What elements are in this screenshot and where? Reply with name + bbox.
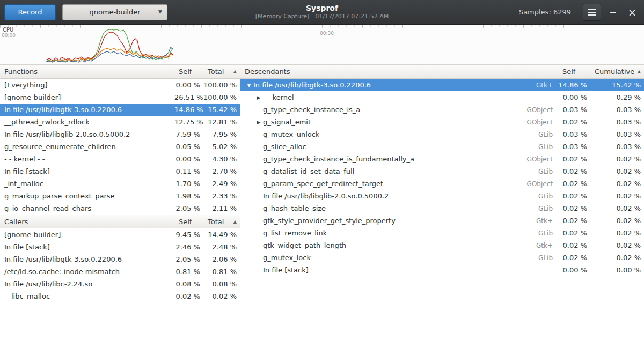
cumulative-value: 0.03 % bbox=[590, 118, 644, 126]
table-row[interactable]: ▶g_signal_emitGObject0.02 %0.03 % bbox=[240, 116, 644, 128]
table-row[interactable]: g_resource_enumerate_children0.05 %5.02 … bbox=[0, 141, 240, 153]
menu-button[interactable] bbox=[583, 4, 601, 21]
table-row[interactable]: __pthread_rwlock_rdlock12.75 %12.81 % bbox=[0, 116, 240, 128]
total-value: 2.33 % bbox=[203, 192, 240, 200]
table-row[interactable]: ▼In file /usr/lib/libgtk-3.so.0.2200.6Gt… bbox=[240, 79, 644, 91]
table-row[interactable]: [gnome-builder]26.51 %100.00 % bbox=[0, 91, 240, 104]
cumulative-value: 0.02 % bbox=[590, 254, 644, 262]
table-row[interactable]: In file [stack]0.00 %0.00 % bbox=[240, 264, 644, 276]
column-header-functions[interactable]: Functions bbox=[0, 65, 174, 78]
target-dropdown[interactable]: gnome-builder ▼ bbox=[62, 4, 167, 20]
library-label: GObject bbox=[523, 180, 558, 188]
cumulative-value: 0.29 % bbox=[590, 93, 644, 101]
chevron-down-icon: ▼ bbox=[158, 9, 162, 14]
column-header-self[interactable]: Self bbox=[174, 65, 203, 78]
descendant-name: g_mutex_lock bbox=[263, 254, 311, 262]
table-row[interactable]: g_io_channel_read_chars2.05 %2.11 % bbox=[0, 202, 240, 215]
table-row[interactable]: g_mutex_lockGLib0.02 %0.02 % bbox=[240, 252, 644, 264]
column-header-self[interactable]: Self bbox=[558, 65, 590, 78]
cumulative-value: 15.42 % bbox=[590, 81, 644, 89]
cumulative-value: 0.02 % bbox=[590, 167, 644, 175]
table-row[interactable]: In file [stack]2.46 %2.48 % bbox=[0, 241, 240, 253]
table-row[interactable]: In file /usr/lib/libgtk-3.so.0.2200.62.0… bbox=[0, 253, 240, 265]
table-row[interactable]: /etc/ld.so.cache: inode mismatch0.81 %0.… bbox=[0, 265, 240, 278]
column-header-cumulative[interactable]: Cumulative▲ bbox=[590, 65, 644, 78]
expander-icon[interactable]: ▶ bbox=[254, 95, 263, 100]
left-pane: Functions Self Total▲ [Everything]0.00 %… bbox=[0, 65, 240, 362]
descendant-name-cell: ▶- - kernel - - bbox=[240, 93, 558, 101]
library-label: GLib bbox=[534, 168, 558, 175]
descendant-name-cell: g_param_spec_get_redirect_targetGObject bbox=[240, 180, 558, 188]
table-row[interactable]: g_markup_parse_context_parse1.98 %2.33 % bbox=[0, 190, 240, 202]
table-row[interactable]: g_datalist_id_set_data_fullGLib0.02 %0.0… bbox=[240, 165, 644, 178]
table-row[interactable]: In file [stack]0.11 %2.70 % bbox=[0, 165, 240, 178]
table-row[interactable]: g_param_spec_get_redirect_targetGObject0… bbox=[240, 178, 644, 190]
column-header-descendants[interactable]: Descendants bbox=[240, 65, 558, 78]
table-row[interactable]: In file /usr/lib/libglib-2.0.so.0.5000.2… bbox=[240, 190, 644, 202]
functions-column-headers: Functions Self Total▲ bbox=[0, 65, 240, 79]
headerbar: Record gnome-builder ▼ Sysprof [Memory C… bbox=[0, 0, 644, 25]
descendant-name-cell: g_mutex_lockGLib bbox=[240, 254, 558, 262]
function-name: - - kernel - - bbox=[0, 155, 174, 163]
total-value: 100.00 % bbox=[203, 93, 240, 101]
descendant-name-cell: g_mutex_unlockGLib bbox=[240, 130, 558, 138]
self-value: 0.03 % bbox=[558, 143, 590, 151]
expander-icon[interactable]: ▶ bbox=[254, 120, 263, 125]
table-row[interactable]: g_mutex_unlockGLib0.03 %0.03 % bbox=[240, 128, 644, 141]
library-label: Gtk+ bbox=[532, 82, 558, 89]
function-name: [gnome-builder] bbox=[0, 231, 174, 239]
table-row[interactable]: __libc_malloc0.02 %0.02 % bbox=[0, 290, 240, 302]
column-header-callers[interactable]: Callers bbox=[0, 215, 174, 228]
time-label-start: 00:00 bbox=[2, 33, 16, 38]
window-title-box: Sysprof [Memory Capture] - 01/17/2017 07… bbox=[204, 3, 440, 20]
expander-icon[interactable]: ▼ bbox=[245, 83, 253, 88]
descendants-column-headers: Descendants Self Cumulative▲ bbox=[240, 65, 644, 79]
minimize-button[interactable]: − bbox=[605, 4, 620, 21]
total-value: 100.00 % bbox=[203, 81, 240, 89]
self-value: 0.02 % bbox=[558, 241, 590, 249]
table-row[interactable]: - - kernel - -0.00 %4.30 % bbox=[0, 153, 240, 165]
table-row[interactable]: g_slice_allocGLib0.03 %0.03 % bbox=[240, 141, 644, 153]
column-header-total-label: Total bbox=[208, 68, 224, 76]
table-row[interactable]: ▶- - kernel - -0.00 %0.29 % bbox=[240, 91, 644, 104]
table-row[interactable]: In file /usr/lib/libc-2.24.so0.08 %0.08 … bbox=[0, 278, 240, 290]
table-row[interactable]: gtk_style_provider_get_style_propertyGtk… bbox=[240, 215, 644, 227]
self-value: 0.02 % bbox=[558, 192, 590, 200]
table-row[interactable]: In file /usr/lib/libgtk-3.so.0.2200.614.… bbox=[0, 104, 240, 116]
self-value: 9.45 % bbox=[174, 231, 203, 239]
cumulative-value: 0.02 % bbox=[590, 155, 644, 163]
functions-table: [Everything]0.00 %100.00 %[gnome-builder… bbox=[0, 79, 240, 215]
column-header-total[interactable]: Total▲ bbox=[203, 65, 240, 78]
self-value: 0.02 % bbox=[558, 167, 590, 175]
self-value: 0.02 % bbox=[174, 292, 203, 300]
table-row[interactable]: g_list_remove_linkGLib0.02 %0.02 % bbox=[240, 227, 644, 239]
cumulative-value: 0.02 % bbox=[590, 229, 644, 237]
table-row[interactable]: g_type_check_instance_is_fundamentally_a… bbox=[240, 153, 644, 165]
self-value: 0.02 % bbox=[558, 217, 590, 225]
self-value: 14.86 % bbox=[174, 106, 203, 114]
cpu-graph[interactable]: CPU 00:00 00:30 bbox=[0, 25, 644, 65]
close-button[interactable]: × bbox=[625, 4, 640, 21]
app-title: Sysprof bbox=[204, 3, 440, 13]
column-header-self[interactable]: Self bbox=[174, 215, 203, 228]
column-header-cumulative-label: Cumulative bbox=[595, 68, 634, 76]
table-row[interactable]: In file /usr/lib/libglib-2.0.so.0.5000.2… bbox=[0, 128, 240, 141]
record-button[interactable]: Record bbox=[4, 4, 56, 20]
descendant-name: g_datalist_id_set_data_full bbox=[263, 167, 354, 175]
table-row[interactable]: _int_malloc1.70 %2.49 % bbox=[0, 178, 240, 190]
table-row[interactable]: g_hash_table_sizeGLib0.02 %0.02 % bbox=[240, 202, 644, 215]
table-row[interactable]: g_type_check_instance_is_aGObject0.03 %0… bbox=[240, 104, 644, 116]
library-label: Gtk+ bbox=[532, 242, 558, 249]
column-header-total[interactable]: Total▲ bbox=[203, 215, 240, 228]
self-value: 14.86 % bbox=[558, 81, 590, 89]
library-label: GLib bbox=[534, 230, 558, 237]
table-row[interactable]: [Everything]0.00 %100.00 % bbox=[0, 79, 240, 91]
descendant-name-cell: gtk_style_provider_get_style_propertyGtk… bbox=[240, 217, 558, 225]
time-label-mid: 00:30 bbox=[320, 31, 334, 36]
descendant-name-cell: ▼In file /usr/lib/libgtk-3.so.0.2200.6Gt… bbox=[240, 81, 558, 89]
descendant-name-cell: In file /usr/lib/libglib-2.0.so.0.5000.2… bbox=[240, 192, 558, 200]
table-row[interactable]: gtk_widget_path_lengthGtk+0.02 %0.02 % bbox=[240, 239, 644, 252]
table-row[interactable]: [gnome-builder]9.45 %14.49 % bbox=[0, 228, 240, 241]
function-name: _int_malloc bbox=[0, 180, 174, 188]
total-value: 2.06 % bbox=[203, 255, 240, 263]
